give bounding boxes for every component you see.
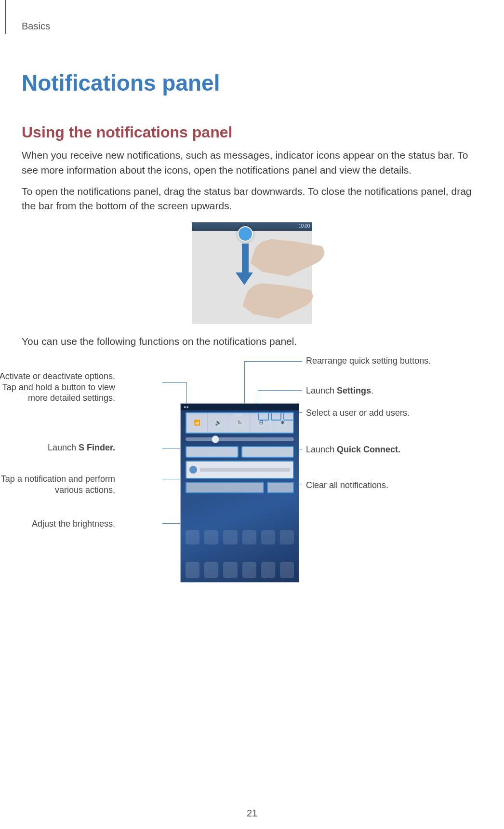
callout-quick-toggle: Activate or deactivate options. Tap and … [0, 371, 115, 404]
page-title: Notifications panel [22, 67, 482, 99]
swipe-down-arrow-icon [241, 244, 250, 285]
edit-quick-icon [258, 412, 269, 421]
touch-point-icon [238, 226, 253, 242]
callout-settings: Launch Settings. [306, 385, 373, 396]
brightness-slider [186, 437, 294, 441]
notification-card [186, 461, 294, 479]
callout-sfinder: Launch S Finder. [48, 442, 115, 453]
callout-quick-connect: Launch Quick Connect. [306, 444, 400, 455]
paragraph-open-close: To open the notifications panel, drag th… [22, 184, 482, 214]
callout-clear: Clear all notifications. [306, 480, 388, 491]
callout-brightness: Adjust the brightness. [32, 518, 115, 530]
quick-connect-button [241, 446, 294, 458]
callout-rearrange: Rearrange quick setting buttons. [306, 355, 431, 367]
paragraph-functions: You can use the following functions on t… [22, 334, 482, 349]
status-time: 10:00 [298, 223, 310, 230]
clear-button [267, 482, 294, 493]
callout-notification-action: Tap a notification and perform various a… [0, 474, 115, 495]
chapter-label: Basics [22, 19, 482, 33]
section-heading: Using the notifications panel [22, 121, 482, 143]
settings-gear-icon [271, 412, 281, 421]
callout-users: Select a user or add users. [306, 408, 410, 419]
notifications-panel-diagram: Activate or deactivate options. Tap and … [22, 355, 482, 606]
user-icon [283, 412, 294, 421]
paragraph-intro: When you receive new notifications, such… [22, 148, 482, 177]
phone-mockup: ●● 📶 🔊 ↻ ᗺ ✱ [181, 404, 299, 582]
sfinder-button [186, 446, 239, 458]
notif-footer-label [186, 482, 264, 493]
page-number: 21 [0, 806, 504, 820]
swipe-gesture-figure: 10:00 [192, 222, 312, 324]
